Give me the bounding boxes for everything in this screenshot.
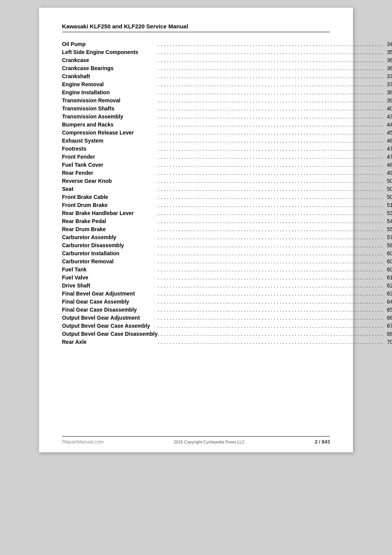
toc-dots: . . . . . . . . . . . . . . . . . . . . …: [158, 299, 382, 305]
toc-entry-label: Final Bevel Gear Adjustment: [62, 289, 158, 297]
toc-row: Transmission Removal . . . . . . . . . .…: [62, 96, 392, 104]
toc-dots-cell: . . . . . . . . . . . . . . . . . . . . …: [158, 225, 382, 233]
toc-row: Rear Brake Pedal . . . . . . . . . . . .…: [62, 217, 392, 225]
toc-page-number: 456: [382, 128, 392, 136]
toc-page-number: 686: [382, 330, 392, 338]
toc-row: Carburetor Installation . . . . . . . . …: [62, 249, 392, 257]
toc-entry-label: Output Bevel Gear Case Disassembly: [62, 330, 158, 338]
toc-row: Front Fender . . . . . . . . . . . . . .…: [62, 153, 392, 161]
toc-entry-label: Final Gear Case Assembly: [62, 297, 158, 305]
toc-dots-cell: . . . . . . . . . . . . . . . . . . . . …: [158, 153, 382, 161]
toc-entry-label: Carburetor Disassembly: [62, 241, 158, 249]
toc-dots-cell: . . . . . . . . . . . . . . . . . . . . …: [158, 72, 382, 80]
toc-row: Drive Shaft . . . . . . . . . . . . . . …: [62, 281, 392, 289]
toc-row: Footrests . . . . . . . . . . . . . . . …: [62, 144, 392, 153]
toc-dots: . . . . . . . . . . . . . . . . . . . . …: [158, 258, 382, 264]
toc-page-number: 500: [382, 177, 392, 185]
toc-dots-cell: . . . . . . . . . . . . . . . . . . . . …: [158, 40, 382, 48]
page: Kawasaki KLF250 and KLF220 Service Manua…: [39, 8, 353, 452]
toc-dots: . . . . . . . . . . . . . . . . . . . . …: [158, 274, 382, 281]
toc-page-number: 476: [382, 153, 392, 161]
toc-page-number: 602: [382, 249, 392, 257]
toc-page-number: 668: [382, 314, 392, 322]
toc-page-number: 446: [382, 120, 392, 128]
toc-row: Rear Drum Brake . . . . . . . . . . . . …: [62, 225, 392, 233]
toc-row: Crankshaft . . . . . . . . . . . . . . .…: [62, 72, 392, 80]
toc-entry-label: Carburetor Installation: [62, 249, 158, 257]
toc-entry-label: Carburetor Assembly: [62, 233, 158, 241]
toc-dots-cell: . . . . . . . . . . . . . . . . . . . . …: [158, 265, 382, 273]
toc-dots: . . . . . . . . . . . . . . . . . . . . …: [158, 186, 382, 192]
toc-entry-label: Reverse Gear Knob: [62, 177, 158, 185]
toc-entry-label: Exhaust System: [62, 136, 158, 144]
toc-page-number: 643: [382, 297, 392, 305]
toc-page-number: 674: [382, 322, 392, 330]
toc-dots-cell: . . . . . . . . . . . . . . . . . . . . …: [158, 249, 382, 257]
toc-dots-cell: . . . . . . . . . . . . . . . . . . . . …: [158, 257, 382, 265]
toc-dots: . . . . . . . . . . . . . . . . . . . . …: [158, 210, 382, 216]
toc-row: Rear Fender . . . . . . . . . . . . . . …: [62, 169, 392, 177]
toc-entry-label: Drive Shaft: [62, 281, 158, 289]
toc-row: Fuel Valve . . . . . . . . . . . . . . .…: [62, 273, 392, 281]
toc-row: Crankcase Bearings . . . . . . . . . . .…: [62, 64, 392, 72]
toc-page-number: 385: [382, 88, 392, 96]
toc-dots: . . . . . . . . . . . . . . . . . . . . …: [158, 323, 382, 329]
toc-dots-cell: . . . . . . . . . . . . . . . . . . . . …: [158, 305, 382, 314]
toc-dots: . . . . . . . . . . . . . . . . . . . . …: [158, 315, 382, 321]
toc-page-number: 585: [382, 241, 392, 249]
toc-page-number: 513: [382, 201, 392, 209]
toc-dots-cell: . . . . . . . . . . . . . . . . . . . . …: [158, 112, 382, 120]
toc-row: Bumpers and Racks . . . . . . . . . . . …: [62, 120, 392, 128]
toc-dots-cell: . . . . . . . . . . . . . . . . . . . . …: [158, 136, 382, 144]
toc-entry-label: Crankshaft: [62, 72, 158, 80]
toc-dots: . . . . . . . . . . . . . . . . . . . . …: [158, 266, 382, 273]
footer-page-number: 2 / 843: [315, 439, 330, 445]
toc-dots: . . . . . . . . . . . . . . . . . . . . …: [158, 113, 382, 120]
toc-dots: . . . . . . . . . . . . . . . . . . . . …: [158, 65, 382, 71]
toc-dots: . . . . . . . . . . . . . . . . . . . . …: [158, 226, 382, 232]
logo-text: RepairManual.com: [62, 439, 104, 445]
toc-row: Front Brake Cable . . . . . . . . . . . …: [62, 193, 392, 201]
toc-page-number: 615: [382, 273, 392, 281]
header-divider: [62, 32, 330, 32]
toc-dots-cell: . . . . . . . . . . . . . . . . . . . . …: [158, 128, 382, 136]
toc-page-number: 624: [382, 281, 392, 289]
toc-dots: . . . . . . . . . . . . . . . . . . . . …: [158, 339, 382, 345]
toc-row: Carburetor Disassembly . . . . . . . . .…: [62, 241, 392, 249]
toc-entry-label: Bumpers and Racks: [62, 120, 158, 128]
toc-entry-label: Rear Axle: [62, 338, 158, 346]
toc-dots-cell: . . . . . . . . . . . . . . . . . . . . …: [158, 96, 382, 104]
toc-entry-label: Front Drum Brake: [62, 201, 158, 209]
toc-dots-cell: . . . . . . . . . . . . . . . . . . . . …: [158, 297, 382, 305]
toc-entry-label: Engine Installation: [62, 88, 158, 96]
toc-row: Final Gear Case Disassembly . . . . . . …: [62, 305, 392, 314]
toc-dots-cell: . . . . . . . . . . . . . . . . . . . . …: [158, 193, 382, 201]
toc-page-number: 605: [382, 257, 392, 265]
toc-dots-cell: . . . . . . . . . . . . . . . . . . . . …: [158, 217, 382, 225]
toc-dots: . . . . . . . . . . . . . . . . . . . . …: [158, 218, 382, 224]
toc-dots-cell: . . . . . . . . . . . . . . . . . . . . …: [158, 80, 382, 88]
toc-dots: . . . . . . . . . . . . . . . . . . . . …: [158, 41, 382, 47]
toc-entry-label: Rear Brake Handlebar Lever: [62, 209, 158, 217]
toc-entry-label: Rear Fender: [62, 169, 158, 177]
toc-dots: . . . . . . . . . . . . . . . . . . . . …: [158, 250, 382, 256]
toc-entry-label: Fuel Valve: [62, 273, 158, 281]
toc-dots-cell: . . . . . . . . . . . . . . . . . . . . …: [158, 56, 382, 64]
toc-page-number: 503: [382, 185, 392, 193]
toc-row: Exhaust System . . . . . . . . . . . . .…: [62, 136, 392, 144]
page-footer: RepairManual.com 2015 Copyright Cycleped…: [62, 436, 330, 445]
toc-dots: . . . . . . . . . . . . . . . . . . . . …: [158, 307, 382, 313]
toc-dots: . . . . . . . . . . . . . . . . . . . . …: [158, 89, 382, 95]
toc-dots-cell: . . . . . . . . . . . . . . . . . . . . …: [158, 161, 382, 169]
toc-page-number: 546: [382, 217, 392, 225]
toc-dots-cell: . . . . . . . . . . . . . . . . . . . . …: [158, 64, 382, 72]
toc-page-number: 636: [382, 289, 392, 297]
page-header: Kawasaki KLF250 and KLF220 Service Manua…: [62, 23, 330, 32]
toc-dots: . . . . . . . . . . . . . . . . . . . . …: [158, 49, 382, 55]
toc-dots-cell: . . . . . . . . . . . . . . . . . . . . …: [158, 322, 382, 330]
toc-entry-label: Carburetor Removal: [62, 257, 158, 265]
toc-dots: . . . . . . . . . . . . . . . . . . . . …: [158, 105, 382, 112]
toc-row: Final Gear Case Assembly . . . . . . . .…: [62, 297, 392, 305]
toc-dots-cell: . . . . . . . . . . . . . . . . . . . . …: [158, 104, 382, 112]
toc-dots: . . . . . . . . . . . . . . . . . . . . …: [158, 234, 382, 240]
